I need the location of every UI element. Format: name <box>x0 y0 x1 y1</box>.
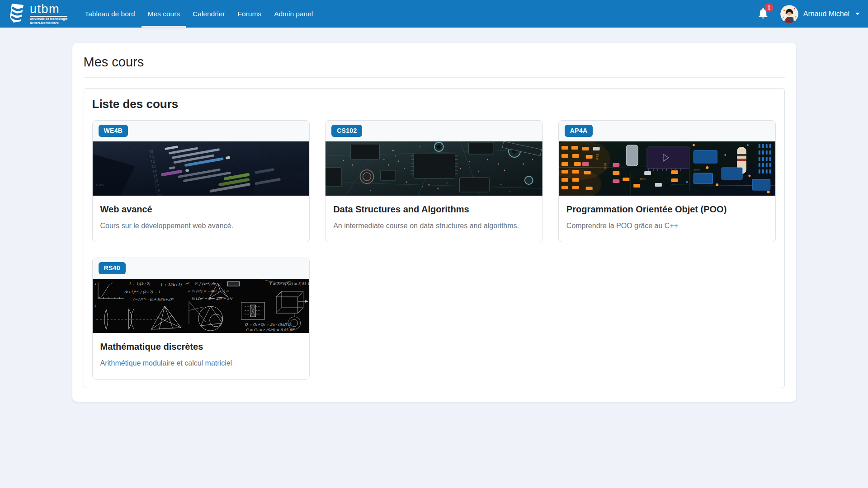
course-card-header: AP4A <box>559 121 776 141</box>
course-card-ap4a[interactable]: AP4A <box>558 120 776 242</box>
nav-item-tableau-de-bord[interactable]: Tableau de bord <box>78 0 141 28</box>
course-code-badge: WE4B <box>99 125 128 137</box>
course-list-section: Liste des cours WE4B <box>84 88 785 388</box>
top-navbar: utbm université de technologie Belfort-M… <box>0 0 868 28</box>
svg-text:T = 2π √(S/t) = 5,03·10³s: T = 2π √(S/t) = 5,03·10³s <box>269 282 310 286</box>
course-code-badge: CS102 <box>331 125 362 137</box>
user-name: Arnaud Michel <box>803 10 849 18</box>
code-editor-screen-image: 101112 131415 161718 192021 <box>93 141 310 196</box>
svg-text:+ ³⁄₂ (eᵏ) = −4e² − ½ e: + ³⁄₂ (eᵏ) = −4e² − ½ e <box>187 289 228 293</box>
svg-text:R90: R90 <box>604 163 607 169</box>
math-chalkboard-image: 1 + 1/(k+2) 1 + 1/(k+1) e² − ½ ∫ (xeᵏ) d… <box>93 279 310 333</box>
course-code-badge: RS40 <box>99 262 126 274</box>
main-navigation: Tableau de bord Mes cours Calendrier For… <box>78 0 319 28</box>
nav-item-admin-panel[interactable]: Admin panel <box>268 0 319 28</box>
svg-text:= ¹⁄ₖ [2e² − 2 − 2a² − a²]: = ¹⁄ₖ [2e² − 2 − 2a² − a²] <box>187 296 232 300</box>
notifications-button[interactable]: 1 <box>758 7 769 21</box>
title-divider <box>84 77 785 78</box>
svg-text:e² − ½ ∫ (xeᵏ) dx: e² − ½ ∫ (xeᵏ) dx <box>185 282 216 286</box>
brand-subtitle-1: université de technologie <box>30 18 67 21</box>
course-description: Arithmétique modulaire et calcul matrici… <box>100 359 302 368</box>
page-title: Mes cours <box>84 55 785 70</box>
brand-subtitle-2: Belfort-Montbéliard <box>30 22 67 25</box>
course-grid: WE4B <box>92 120 776 380</box>
notification-count-badge: 1 <box>764 3 774 12</box>
course-card-rs40[interactable]: RS40 <box>92 258 310 380</box>
avatar <box>780 5 798 23</box>
svg-text:R33: R33 <box>693 169 699 172</box>
svg-text:C = C₁ = ε (S/d) = 8,85 pF: C = C₁ = ε (S/d) = 8,85 pF <box>245 328 295 332</box>
svg-text:R69: R69 <box>640 178 646 181</box>
user-menu[interactable]: Arnaud Michel <box>780 5 860 23</box>
utbm-pages-icon <box>7 3 26 25</box>
colorful-circuit-board-image: R75 R90 R69 R33 <box>559 141 776 196</box>
section-title: Liste des cours <box>92 97 776 111</box>
dark-circuit-board-image <box>326 141 542 196</box>
course-code-badge: AP4A <box>565 125 593 137</box>
nav-item-forums[interactable]: Forums <box>231 0 268 28</box>
course-card-cs102[interactable]: CS102 <box>325 120 543 242</box>
nav-item-calendrier[interactable]: Calendrier <box>186 0 231 28</box>
course-card-header: WE4B <box>93 121 310 141</box>
course-card-header: CS102 <box>326 121 542 141</box>
svg-text:Q = Q₁+Q₂ = 3a · (S/d) U: Q = Q₁+Q₂ = 3a · (S/d) U <box>245 323 291 327</box>
course-card-we4b[interactable]: WE4B <box>92 120 310 242</box>
course-description: An intermediate course on data structure… <box>333 221 535 231</box>
course-title: Data Structures and Algorithms <box>333 204 535 215</box>
nav-item-mes-cours[interactable]: Mes cours <box>142 0 187 28</box>
page-card: Mes cours Liste des cours WE4B <box>72 43 796 402</box>
caret-down-icon <box>855 13 860 15</box>
svg-text:(−1)ⁿ⁺¹ · (n+3)/(n+2)ⁿ: (−1)ⁿ⁺¹ · (n+3)/(n+2)ⁿ <box>133 297 173 301</box>
course-title: Mathématique discrètes <box>100 342 302 352</box>
brand-wordmark: utbm <box>30 3 67 17</box>
svg-text:1 + 1/(k+2): 1 + 1/(k+2) <box>128 282 150 286</box>
utbm-brand-logo[interactable]: utbm université de technologie Belfort-M… <box>7 0 67 28</box>
svg-text:(k+1)ᵏ⁺¹ / (k+2) − 1: (k+1)ᵏ⁺¹ / (k+2) − 1 <box>124 290 160 294</box>
course-title: Web avancé <box>100 204 302 215</box>
course-card-header: RS40 <box>93 258 310 279</box>
svg-text:R75: R75 <box>595 154 599 160</box>
course-description: Comprendre la POO grâce au C++ <box>566 221 768 231</box>
course-title: Programmation Orientée Objet (POO) <box>566 204 768 215</box>
course-description: Cours sur le développement web avancé. <box>100 221 302 231</box>
svg-text:1 + 1/(k+1): 1 + 1/(k+1) <box>160 283 182 287</box>
